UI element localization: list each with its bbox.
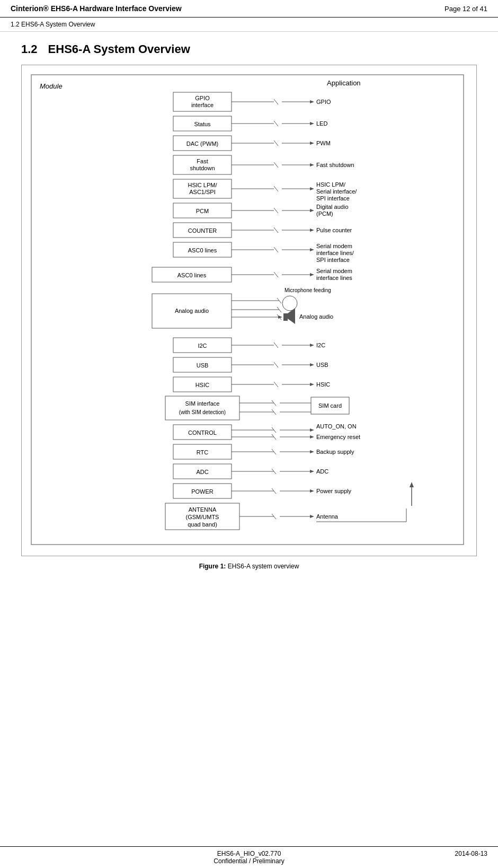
svg-text:Analog audio: Analog audio	[299, 313, 333, 320]
svg-text:LED: LED	[316, 120, 327, 127]
svg-text:Serial modem: Serial modem	[316, 268, 352, 274]
svg-marker-48	[310, 100, 314, 103]
document-title: Cinterion® EHS6-A Hardware Interface Ove…	[11, 4, 182, 13]
system-overview-diagram: Module Application GPIO interface Status…	[30, 74, 465, 546]
svg-marker-53	[310, 122, 314, 125]
svg-line-51	[274, 121, 278, 126]
svg-text:Digital audio: Digital audio	[316, 204, 349, 210]
svg-text:ADC: ADC	[316, 468, 328, 475]
footer-center: EHS6-A_HIO_v02.770Confidential / Prelimi…	[214, 850, 284, 865]
svg-marker-144	[310, 450, 314, 453]
svg-line-79	[274, 227, 278, 233]
figure-caption: Figure 1: EHS6-A system overview	[21, 563, 477, 570]
module-label: Module	[40, 82, 63, 90]
section-number: 1.2	[21, 42, 38, 56]
svg-line-119	[274, 382, 278, 387]
svg-line-114	[274, 362, 278, 367]
svg-text:CONTROL: CONTROL	[188, 429, 217, 436]
svg-text:Pulse counter: Pulse counter	[316, 227, 352, 233]
svg-rect-30	[165, 396, 239, 420]
page-info: Page 12 of 41	[444, 5, 487, 13]
svg-text:ADC: ADC	[196, 469, 208, 475]
section-name: EHS6-A System Overview	[48, 42, 190, 56]
svg-marker-75	[310, 209, 314, 212]
svg-text:SPI interface: SPI interface	[316, 195, 350, 201]
svg-text:POWER: POWER	[191, 488, 214, 495]
svg-text:(GSM/UMTS: (GSM/UMTS	[186, 514, 219, 520]
svg-text:shutdown: shutdown	[190, 165, 215, 171]
svg-marker-68	[310, 187, 314, 190]
svg-text:ASC0 lines: ASC0 lines	[177, 272, 207, 278]
application-label: Application	[327, 79, 361, 87]
svg-line-66	[274, 186, 278, 191]
svg-text:Power supply: Power supply	[316, 488, 352, 494]
svg-text:interface: interface	[191, 102, 214, 108]
svg-marker-81	[310, 229, 314, 232]
svg-marker-93	[310, 273, 314, 276]
svg-text:RTC: RTC	[197, 449, 208, 455]
svg-text:SIM interface: SIM interface	[185, 400, 220, 407]
svg-text:DAC (PWM): DAC (PWM)	[186, 141, 219, 147]
svg-text:ASC1/SPI: ASC1/SPI	[189, 189, 216, 195]
svg-text:Emergency reset: Emergency reset	[316, 434, 360, 440]
main-content: 1.2 EHS6-A System Overview Module Applic…	[0, 32, 498, 591]
svg-text:Serial modem: Serial modem	[316, 243, 352, 249]
svg-text:(with SIM detection): (with SIM detection)	[179, 409, 226, 415]
svg-text:Microphone feeding: Microphone feeding	[284, 287, 331, 293]
svg-text:HSIC LPM/: HSIC LPM/	[188, 182, 217, 188]
svg-text:Serial interface/: Serial interface/	[316, 188, 357, 195]
svg-marker-116	[310, 363, 314, 366]
svg-rect-100	[283, 313, 288, 321]
svg-line-73	[274, 208, 278, 213]
svg-text:AUTO_ON, ON: AUTO_ON, ON	[316, 423, 357, 429]
svg-text:ANTENNA: ANTENNA	[189, 506, 217, 513]
svg-line-91	[274, 272, 278, 277]
svg-marker-134	[310, 428, 314, 432]
page-footer: EHS6-A_HIO_v02.770Confidential / Prelimi…	[0, 846, 498, 868]
svg-marker-63	[310, 163, 314, 166]
svg-line-56	[274, 141, 278, 146]
svg-line-109	[274, 343, 278, 348]
svg-text:ASC0 lines: ASC0 lines	[188, 247, 217, 253]
section-title: 1.2 EHS6-A System Overview	[21, 42, 477, 56]
svg-text:I2C: I2C	[198, 343, 207, 349]
svg-text:(PCM): (PCM)	[316, 211, 333, 217]
svg-text:SIM card: SIM card	[318, 402, 342, 409]
svg-text:PCM: PCM	[196, 208, 209, 214]
svg-text:COUNTER: COUNTER	[188, 227, 217, 234]
svg-text:Antenna: Antenna	[316, 513, 339, 520]
svg-marker-86	[310, 248, 314, 251]
figure-caption-label: Figure 1:	[199, 563, 226, 570]
svg-text:interface lines: interface lines	[316, 275, 352, 281]
svg-line-61	[274, 162, 278, 168]
svg-text:Fast: Fast	[197, 158, 208, 164]
svg-text:HSIC: HSIC	[195, 382, 209, 388]
svg-text:Status: Status	[194, 121, 211, 127]
svg-marker-111	[310, 344, 314, 347]
svg-text:quad band): quad band)	[188, 521, 217, 528]
svg-text:USB: USB	[197, 362, 209, 369]
svg-text:HSIC LPM/: HSIC LPM/	[316, 181, 346, 188]
figure-caption-text: EHS6-A system overview	[228, 563, 299, 570]
svg-marker-58	[310, 142, 314, 145]
page-header: Cinterion® EHS6-A Hardware Interface Ove…	[0, 0, 498, 17]
footer-spacer	[11, 850, 117, 865]
svg-marker-161	[310, 515, 314, 518]
svg-text:Backup supply: Backup supply	[316, 449, 354, 455]
svg-text:SPI interface: SPI interface	[316, 257, 350, 263]
svg-text:I2C: I2C	[316, 342, 325, 348]
diagram-container: Module Application GPIO interface Status…	[21, 65, 477, 556]
svg-marker-149	[310, 470, 314, 473]
svg-marker-139	[310, 435, 314, 439]
footer-date: 2014-08-13	[381, 850, 487, 865]
svg-marker-157	[410, 482, 414, 487]
svg-text:GPIO: GPIO	[316, 99, 331, 105]
svg-text:PWM: PWM	[316, 140, 331, 146]
svg-marker-154	[310, 489, 314, 493]
svg-text:GPIO: GPIO	[195, 95, 210, 101]
svg-line-46	[274, 99, 278, 104]
breadcrumb: 1.2 EHS6-A System Overview	[0, 17, 498, 32]
svg-text:interface lines/: interface lines/	[316, 250, 354, 256]
svg-text:Analog audio: Analog audio	[175, 308, 209, 314]
svg-line-84	[274, 247, 278, 252]
